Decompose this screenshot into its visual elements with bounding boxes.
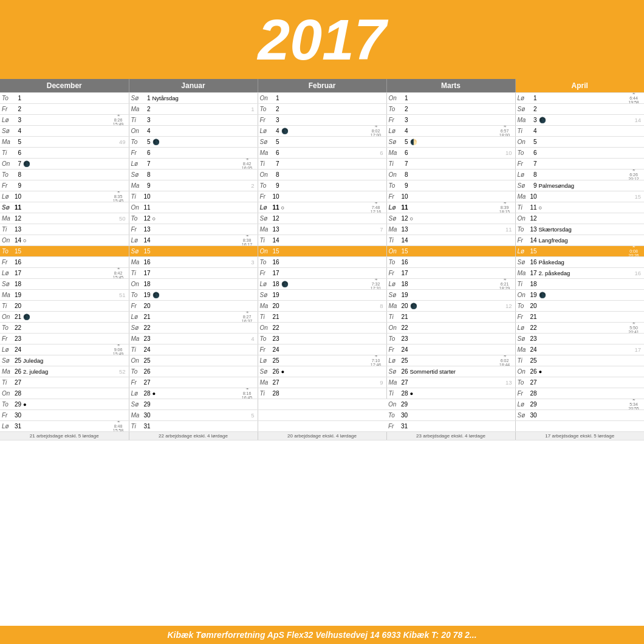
table-row: Ma1250 To12○ Sø12 Sø12○ On12 — [0, 213, 644, 224]
table-row: On7🌑 Lø7☀8:4216:05 Ti7 Ti7 Fr7 — [0, 159, 644, 170]
table-row: Ti27 Fr27 Ma279 Ma2713 To27 — [0, 377, 644, 388]
table-row: On14○ Lø14☀8:3816:17 Ti14 Ti14 Fr14Langf… — [0, 235, 644, 246]
table-row: To1 Sø1Nytårsdag On1 On1 Lø1☀6:4419:58 — [0, 93, 644, 104]
workdays-mar: 23 arbejdsdage ekskl. 4 lørdage — [416, 433, 485, 439]
table-row-highlight: To15 Sø15 On15 On15 Lø15☀0:0820:26 — [0, 246, 644, 257]
year-title: 2017 — [258, 7, 386, 73]
workdays-jan: 22 arbejdsdage ekskl. 4 lørdage — [159, 433, 228, 439]
table-row: On21🌑 Lø21☀8:2716:37 Ti21 Ti21 Fr21 — [0, 312, 644, 323]
table-row: Fr23 Ma234 To23 To23 Sø23 — [0, 334, 644, 344]
table-row: Ti13 Fr13 Ma137 Ma1311 To13Skærtorsdag — [0, 224, 644, 235]
table-row: Lø3☀8:2615:49 Ti3 Fr3 Fr3 Ma3🌑14 — [0, 115, 644, 126]
table-row: Sø11 On11 Lø11○☀7:4817:16 Lø11☀8:3918:15… — [0, 202, 644, 213]
table-row: Ma262. juledag52 To26 Sø26● Sø26Sommerti… — [0, 366, 644, 377]
month-feb: Februar — [309, 81, 336, 90]
table-row: Ti6 Fr6 Ma66 Ma610 To6 — [0, 148, 644, 159]
table-row: Fr30 Ma305 To30 Sø30 — [0, 410, 644, 421]
company-info: Kibæk Tømrerforretning ApS Flex32 Velhus… — [167, 630, 476, 640]
table-row: On28 Lø28●☀8:1616:45 Ti28 Ti28● Fr28 — [0, 388, 644, 399]
month-apr: April — [572, 81, 588, 90]
table-row: To8 Sø8 On8 On8 Lø8☀6:2620:12 — [0, 170, 644, 180]
table-row: Fr16 Ma163 To16 To16 Sø16Påskedag — [0, 257, 644, 268]
table-row: Fr2 Ma21 To2 To2 Sø2 — [0, 104, 644, 115]
table-row: Ma549 To5🌑 Sø5 Sø5🌓 On5 — [0, 137, 644, 148]
table-row: Sø4 On4 Lø4🌑☀8:0217:00 Lø4☀6:5718:00 Ti4 — [0, 126, 644, 137]
table-row: Ma1951 To19🌑 Sø19 Sø19 On19🌑 — [0, 290, 644, 301]
table-row: Lø31☀8:4815:58 Ti31 Fr31 — [0, 421, 644, 432]
table-row: Lø10☀8:3515:45 Ti10 Fr10 Fr10 Ma1015 — [0, 191, 644, 202]
table-row: To22 Sø22 On22 On22 Lø22☀5:5020:41 — [0, 323, 644, 334]
workdays-feb: 20 arbejdsdage ekskl. 4 lørdage — [287, 433, 357, 439]
calendar-table: December Januar Februar Marts April To1 … — [0, 79, 644, 440]
table-row: Ti20 Fr20 Ma208 Ma20🌑12 To20 — [0, 301, 644, 312]
table-row: Lø24☀9:0615:49 Ti24 Fr24 Fr24 Ma2417 — [0, 344, 644, 355]
table-row: To29● Sø29 On29 Lø29☀5:3420:55 — [0, 399, 644, 410]
table-row: Sø25Juledag On25 Lø25☀7:1017:46 Lø25☀6:0… — [0, 355, 644, 366]
month-header-row: December Januar Februar Marts April — [0, 79, 644, 93]
month-mar: Marts — [441, 81, 461, 90]
workdays-row: 21 arbejdsdage ekskl. 5 lørdage 22 arbej… — [0, 432, 644, 440]
workdays-dec: 21 arbejdsdage ekskl. 5 lørdage — [30, 433, 99, 439]
month-jan: Januar — [181, 81, 205, 90]
table-row: Lø17☀8:4215:45 Ti17 Fr17 Fr17 Ma172. pås… — [0, 268, 644, 279]
footer-bar: Kibæk Tømrerforretning ApS Flex32 Velhus… — [0, 626, 644, 644]
table-row: Sø18 On18 Lø18🌑☀7:3217:31 Lø18☀6:2118:29… — [0, 279, 644, 290]
workdays-apr: 17 arbejdsdage ekskl. 5 lørdage — [545, 433, 614, 439]
month-dec: December — [47, 81, 82, 90]
table-row: Fr9 Ma92 To9 To9 Sø9Palmesøndag — [0, 180, 644, 191]
